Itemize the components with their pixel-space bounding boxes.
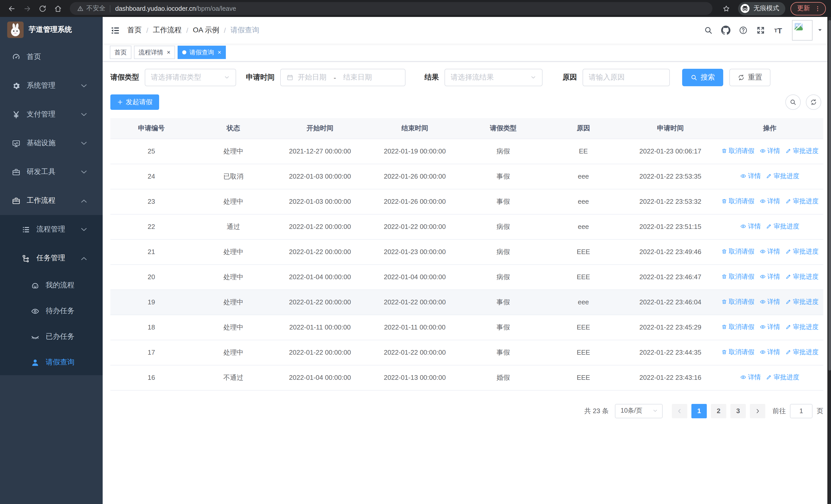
create-leave-button[interactable]: 发起请假 xyxy=(110,94,159,110)
forward-icon[interactable] xyxy=(21,2,34,15)
cell-status: 处理中 xyxy=(192,315,274,340)
breadcrumb-item[interactable]: OA 示例 xyxy=(193,26,220,35)
tab-请假查询[interactable]: 请假查询× xyxy=(178,46,226,59)
github-icon[interactable] xyxy=(717,22,735,39)
search-button[interactable]: 搜索 xyxy=(682,69,723,86)
row-action-detail[interactable]: 详情 xyxy=(760,147,780,155)
row-action-cancel[interactable]: 取消请假 xyxy=(721,197,754,206)
address-bar[interactable]: 不安全 dashboard.yudao.iocoder.cn/bpm/oa/le… xyxy=(70,2,712,15)
table-row[interactable]: 23处理中2022-01-03 00:00:002022-01-26 00:00… xyxy=(110,189,823,214)
apply-time-range-picker[interactable]: 开始日期 - 结束日期 xyxy=(280,69,405,86)
row-action-progress[interactable]: 审批进度 xyxy=(785,247,819,256)
back-icon[interactable] xyxy=(5,2,19,15)
sidebar-item-dev-tools[interactable]: 研发工具 xyxy=(0,157,103,186)
table-row[interactable]: 16不通过2022-01-04 00:00:002022-01-13 00:00… xyxy=(110,365,823,390)
row-action-cancel[interactable]: 取消请假 xyxy=(721,323,754,331)
row-action-detail[interactable]: 详情 xyxy=(760,197,780,206)
row-action-detail[interactable]: 详情 xyxy=(760,323,780,331)
scrollbar[interactable] xyxy=(827,17,831,504)
sidebar-item-todo-tasks[interactable]: 待办任务 xyxy=(0,298,103,324)
row-action-detail[interactable]: 详情 xyxy=(760,272,780,281)
table-row[interactable]: 17处理中2022-01-22 00:00:002022-01-22 00:00… xyxy=(110,340,823,365)
next-page-button[interactable] xyxy=(750,404,765,418)
row-action-progress[interactable]: 审批进度 xyxy=(766,222,799,231)
page-size-select[interactable]: 10条/页 xyxy=(615,404,663,418)
row-action-progress[interactable]: 审批进度 xyxy=(766,172,799,181)
row-action-detail[interactable]: 详情 xyxy=(740,172,761,181)
row-action-progress[interactable]: 审批进度 xyxy=(785,147,819,155)
font-size-icon[interactable]: TT xyxy=(769,22,787,39)
cell-type: 事假 xyxy=(464,315,543,340)
page-button-1[interactable]: 1 xyxy=(691,404,707,418)
chevron-up-icon xyxy=(80,196,88,205)
sidebar-item-process-management[interactable]: 流程管理 xyxy=(0,215,103,244)
row-action-detail[interactable]: 详情 xyxy=(760,247,780,256)
prev-page-button[interactable] xyxy=(672,404,687,418)
breadcrumb-item[interactable]: 工作流程 xyxy=(153,26,182,35)
home-icon[interactable] xyxy=(51,2,65,15)
pen-icon xyxy=(785,324,792,330)
leave-type-select[interactable]: 请选择请假类型 xyxy=(145,69,236,86)
table-row[interactable]: 25处理中2021-12-27 00:00:002022-01-19 00:00… xyxy=(110,139,823,164)
row-action-progress[interactable]: 审批进度 xyxy=(766,373,799,382)
sidebar-item-task-management[interactable]: 任务管理 xyxy=(0,244,103,272)
table-row[interactable]: 20处理中2022-01-04 00:00:002022-01-04 00:00… xyxy=(110,264,823,290)
page-button-2[interactable]: 2 xyxy=(711,404,726,418)
table-row[interactable]: 19处理中2022-01-22 00:00:002022-01-22 00:00… xyxy=(110,290,823,315)
row-action-detail[interactable]: 详情 xyxy=(760,348,780,357)
sidebar-item-home[interactable]: 首页 xyxy=(0,42,103,71)
avatar-caret-icon[interactable] xyxy=(817,26,823,35)
row-action-cancel[interactable]: 取消请假 xyxy=(721,298,754,306)
tab-首页[interactable]: 首页 xyxy=(110,46,132,59)
row-action-progress[interactable]: 审批进度 xyxy=(785,197,819,206)
search-icon[interactable] xyxy=(699,22,717,39)
sidebar-item-my-process[interactable]: 我的流程 xyxy=(0,272,103,298)
row-action-cancel[interactable]: 取消请假 xyxy=(721,147,754,155)
page-button-3[interactable]: 3 xyxy=(730,404,746,418)
row-action-detail[interactable]: 详情 xyxy=(760,298,780,306)
tab-close-icon[interactable]: × xyxy=(218,49,221,55)
row-action-progress[interactable]: 审批进度 xyxy=(785,323,819,331)
update-button[interactable]: 更新 xyxy=(791,2,826,15)
sidebar-item-leave-query[interactable]: 请假查询 xyxy=(0,350,103,375)
help-icon[interactable] xyxy=(735,22,752,39)
table-row[interactable]: 18处理中2022-01-11 00:00:002022-01-11 00:00… xyxy=(110,315,823,340)
result-placeholder: 请选择流结果 xyxy=(451,73,494,82)
result-select[interactable]: 请选择流结果 xyxy=(445,69,543,86)
row-action-cancel[interactable]: 取消请假 xyxy=(721,247,754,256)
reason-input[interactable]: 请输入原因 xyxy=(582,69,670,86)
table-row[interactable]: 22通过2022-01-22 00:00:002022-01-22 00:00:… xyxy=(110,214,823,239)
sidebar-item-done-tasks[interactable]: 已办任务 xyxy=(0,324,103,350)
row-action-progress[interactable]: 审批进度 xyxy=(785,298,819,306)
row-action-progress[interactable]: 审批进度 xyxy=(785,272,819,281)
sidebar-item-infrastructure[interactable]: 基础设施 xyxy=(0,129,103,157)
hamburger-icon[interactable] xyxy=(103,17,127,43)
goto-page-input[interactable] xyxy=(790,404,812,418)
breadcrumb-item[interactable]: 首页 xyxy=(127,26,142,35)
table-row[interactable]: 21处理中2022-01-22 00:00:002022-01-23 00:00… xyxy=(110,239,823,264)
row-action-cancel[interactable]: 取消请假 xyxy=(721,272,754,281)
fullscreen-icon[interactable] xyxy=(752,22,769,39)
tab-流程详情[interactable]: 流程详情× xyxy=(134,46,175,59)
table-row[interactable]: 24已取消2022-01-03 00:00:002022-01-26 00:00… xyxy=(110,164,823,189)
sidebar-item-payment-management[interactable]: 支付管理 xyxy=(0,100,103,129)
refresh-table-button[interactable] xyxy=(806,94,821,110)
row-action-detail[interactable]: 详情 xyxy=(740,373,761,382)
scrollbar-thumb[interactable] xyxy=(828,20,831,371)
sidebar-item-workflow[interactable]: 工作流程 xyxy=(0,186,103,215)
app-logo[interactable]: 芋道管理系统 xyxy=(0,17,103,42)
row-action-cancel[interactable]: 取消请假 xyxy=(721,348,754,357)
kebab-menu-icon[interactable] xyxy=(814,5,821,12)
cell-reason: EEE xyxy=(542,340,624,365)
avatar[interactable] xyxy=(792,20,812,40)
row-action-detail[interactable]: 详情 xyxy=(740,222,761,231)
reload-icon[interactable] xyxy=(36,2,49,15)
tab-close-icon[interactable]: × xyxy=(167,49,170,55)
row-action-progress[interactable]: 审批进度 xyxy=(785,348,819,357)
bookmark-star-icon[interactable] xyxy=(720,2,733,15)
reset-button[interactable]: 重置 xyxy=(729,69,770,86)
cell-start: 2022-01-04 00:00:00 xyxy=(274,264,366,290)
sidebar-item-system-management[interactable]: 系统管理 xyxy=(0,71,103,100)
cell-start: 2022-01-22 00:00:00 xyxy=(274,290,366,315)
toggle-search-button[interactable] xyxy=(785,94,801,110)
